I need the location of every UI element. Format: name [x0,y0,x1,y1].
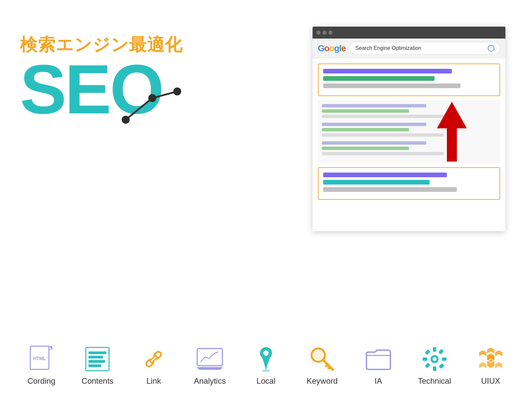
result-group-3 [322,141,496,155]
search-results-area [313,58,505,231]
icon-item-local: Local [238,346,294,386]
mid-bar-green-1 [322,109,409,113]
local-label: Local [256,376,275,386]
result-bar-blue-1 [323,69,452,73]
browser-titlebar [313,27,505,39]
keyword-label: Keyword [307,376,337,386]
svg-rect-16 [88,360,105,363]
technical-label: Technical [418,376,451,386]
browser-dot-3 [329,31,332,35]
icon-item-analytics: Analytics [182,346,238,386]
svg-rect-39 [439,363,444,369]
svg-point-33 [433,357,437,361]
bottom-bar-blue [323,173,447,177]
middle-results-container [318,100,500,163]
icon-item-contents: Contents [69,346,126,386]
icon-item-cording: HTML Cording [13,346,69,386]
result-bar-gray-1 [323,83,461,88]
svg-rect-17 [88,364,101,367]
left-section: 検索エンジン最適化 SEO [20,33,226,119]
browser-dot-1 [317,31,321,35]
result-group-2 [322,123,496,137]
svg-rect-14 [88,351,106,354]
cording-icon: HTML [28,346,55,372]
svg-point-28 [314,350,323,360]
uiux-icon [477,346,504,372]
link-label: Link [146,376,161,386]
svg-point-26 [262,369,270,372]
keyword-icon [309,346,335,372]
svg-rect-41 [438,349,444,354]
bottom-bar-teal [323,180,430,185]
technical-icon [421,346,448,372]
bottom-bar-gray [323,187,457,192]
svg-marker-6 [437,102,467,128]
browser-dots [317,31,332,35]
mid-bar-gray-2 [322,133,444,137]
icon-item-link: Link [126,346,182,386]
ia-icon [365,346,392,372]
analytics-icon [197,346,223,372]
contents-icon [84,346,111,372]
contents-label: Contents [81,376,113,386]
svg-rect-36 [423,357,427,361]
results-middle [318,100,500,163]
svg-rect-31 [328,367,330,369]
svg-point-25 [263,350,269,356]
svg-rect-34 [433,347,436,352]
mid-bar-gray-3 [322,152,444,155]
search-circle-icon [488,45,494,52]
icon-item-keyword: Keyword [294,346,350,386]
up-arrow-container [437,103,467,160]
mid-bar-gray-1 [322,115,444,118]
graph-overlay [116,80,182,133]
browser-dot-2 [323,31,327,35]
mid-bar-blue-1 [322,104,426,107]
svg-rect-37 [442,357,447,361]
top-result-highlighted [318,64,500,96]
mid-bar-green-3 [322,147,409,150]
icon-item-uiux: UIUX [463,346,519,386]
cording-label: Cording [27,376,55,386]
svg-line-4 [152,91,177,98]
svg-rect-5 [447,125,457,162]
svg-line-3 [126,98,152,120]
search-query-text: Search Engine Optimization [355,45,421,51]
search-input-mock[interactable]: Search Engine Optimization [350,42,500,55]
svg-text:HTML: HTML [33,356,46,361]
svg-rect-38 [425,349,430,355]
link-icon [140,346,167,372]
analytics-label: Analytics [194,376,226,386]
mid-bar-blue-3 [322,141,426,145]
result-bar-green-1 [323,76,435,81]
svg-rect-15 [88,356,103,358]
browser-searchbar: Google Search Engine Optimization [313,39,505,58]
icon-item-technical: Technical [406,346,463,386]
svg-rect-30 [325,365,328,367]
bottom-result-highlighted [318,167,500,200]
uiux-label: UIUX [481,376,500,386]
icon-item-ia: IA [350,346,406,386]
icons-row: HTML Cording Contents [0,346,532,386]
local-icon [253,346,279,372]
browser-mock: Google Search Engine Optimization [313,27,505,231]
svg-rect-35 [433,366,436,371]
up-arrow-icon [437,102,467,162]
mid-bar-green-2 [322,128,409,131]
svg-rect-40 [425,363,430,368]
svg-rect-13 [86,347,109,371]
mid-bar-blue-2 [322,123,426,126]
google-logo: Google [318,43,346,54]
result-group-1 [322,104,496,118]
ia-label: IA [374,376,382,386]
